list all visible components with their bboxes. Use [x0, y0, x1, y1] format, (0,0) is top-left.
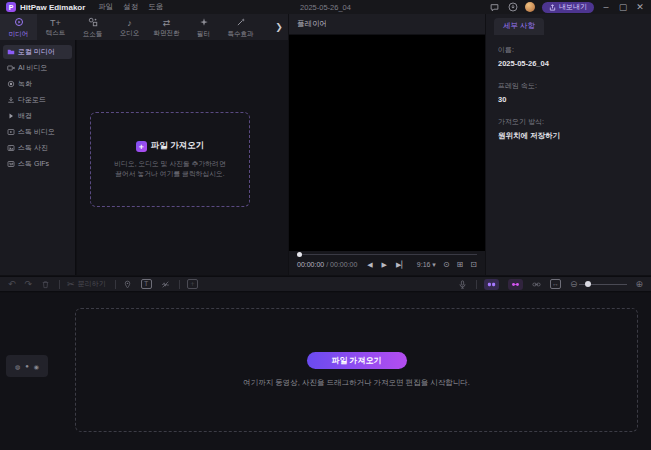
folder-icon [7, 48, 15, 56]
crop-button[interactable]: ＋ [187, 279, 198, 289]
media-sidebar: 로컬 미디어 AI 비디오 녹화 다운로드 배경 스톡 비디오 스톡 사진 스 [0, 40, 76, 275]
details-panel: 세부 사항 이름: 2025-05-26_04 프레임 속도: 30 가져오기 … [486, 14, 651, 275]
ai-video-icon [7, 64, 15, 72]
import-dropzone[interactable]: ＋ 파일 가져오기 비디오, 오디오 및 사진을 추가하려면 끌어서 놓거나 여… [90, 112, 250, 207]
background-expand-icon [7, 112, 15, 120]
link-clips-button[interactable] [532, 280, 541, 289]
marker-button[interactable] [123, 280, 132, 289]
media-library-panel: ＋ 파일 가져오기 비디오, 오디오 및 사진을 추가하려면 끌어서 놓거나 여… [77, 40, 288, 275]
sidebar-item-download[interactable]: 다운로드 [3, 93, 72, 107]
download-update-icon[interactable] [507, 2, 518, 13]
track-mute-icon[interactable]: ◉ [34, 363, 39, 370]
timeline-toolbar: ↶ ↷ ✂ 분리하기 T ＋ [0, 276, 651, 292]
detail-field-import-mode: 가져오기 방식: 원위치에 저장하기 [498, 117, 639, 141]
timeline-dropzone[interactable]: 파일 가져오기 여기까지 동영상, 사진을 드래그하거나 가져오면 편집을 시작… [75, 308, 638, 432]
sidebar-item-stock-photo[interactable]: 스톡 사진 [3, 141, 72, 155]
track-header-controls: ◍ ● ◉ [6, 355, 48, 377]
export-label: 내보내기 [559, 2, 587, 12]
tab-details[interactable]: 세부 사항 [494, 18, 544, 35]
fit-timeline-button[interactable]: ↔ [550, 279, 561, 289]
snapshot-icon[interactable]: ⊙ [443, 260, 450, 269]
import-title: 파일 가져오기 [151, 140, 204, 152]
tab-effects[interactable]: 특수효과 [222, 14, 259, 40]
transition-icon: ⇄ [163, 19, 171, 28]
crop-plus-icon: ＋ [187, 279, 198, 289]
keyframe-link-toggle[interactable] [508, 279, 523, 290]
undo-button[interactable]: ↶ [8, 279, 16, 289]
record-icon [7, 80, 15, 88]
marker-icon [123, 280, 132, 289]
stock-photo-icon [7, 144, 15, 152]
timeline-zoom-slider[interactable] [579, 284, 627, 285]
tab-media[interactable]: 미디어 [0, 14, 37, 40]
denoise-icon [161, 280, 170, 289]
download-icon [7, 96, 15, 104]
text-box-button[interactable]: T [141, 279, 152, 289]
prev-frame-button[interactable]: ◀ [367, 261, 372, 269]
video-preview[interactable] [289, 35, 485, 251]
seek-bar[interactable] [297, 253, 477, 257]
sidebar-item-stock-gifs[interactable]: 스톡 GIFs [3, 157, 72, 171]
sidebar-item-record[interactable]: 녹화 [3, 77, 72, 91]
timeline-import-button[interactable]: 파일 가져오기 [307, 352, 407, 369]
denoise-button[interactable] [161, 280, 170, 289]
fullscreen-icon[interactable]: ⊡ [470, 260, 477, 269]
timeline-empty-hint: 여기까지 동영상, 사진을 드래그하거나 가져오면 편집을 시작합니다. [243, 378, 470, 388]
detail-field-name: 이름: 2025-05-26_04 [498, 45, 639, 68]
stock-gif-icon [7, 160, 15, 168]
filter-icon [199, 17, 209, 29]
sidebar-item-stock-video[interactable]: 스톡 비디오 [3, 125, 72, 139]
snap-toggle[interactable] [484, 279, 499, 290]
tab-filter[interactable]: 필터 [185, 14, 222, 40]
tabs-more-arrow[interactable]: ❯ [270, 14, 288, 40]
microphone-icon [458, 280, 467, 289]
aspect-ratio-dropdown[interactable]: 9:16 ▾ [417, 261, 436, 269]
import-hint: 비디오, 오디오 및 사진을 추가하려면 끌어서 놓거나 여기를 클릭하십시오. [114, 159, 225, 179]
player-controls: 00:00:00 / 00:00:00 ◀ ▶ ▶▏ 9:16 ▾ ⊙ ⊞ ⊡ [289, 251, 485, 275]
track-lock-icon[interactable]: ◍ [15, 363, 20, 370]
export-icon [549, 4, 556, 11]
document-title: 2025-05-26_04 [300, 3, 351, 12]
app-window: P HitPaw Edimakor 파일 설정 도움 2025-05-26_04… [0, 0, 651, 450]
audio-icon: ♪ [127, 19, 132, 28]
menu-file[interactable]: 파일 [98, 2, 113, 12]
feedback-icon[interactable] [489, 2, 500, 13]
delete-button[interactable] [41, 280, 50, 289]
app-logo-icon: P [6, 2, 16, 12]
sidebar-item-background[interactable]: 배경 [3, 109, 72, 123]
menu-help[interactable]: 도움 [148, 2, 163, 12]
snap-magnet-icon [487, 280, 496, 289]
close-button[interactable]: ✕ [635, 2, 645, 12]
timeline-area[interactable]: ◍ ● ◉ 파일 가져오기 여기까지 동영상, 사진을 드래그하거나 가져오면 … [0, 293, 651, 450]
zoom-slider-handle[interactable] [585, 281, 591, 287]
tab-transition[interactable]: ⇄ 화면전환 [148, 14, 185, 40]
sidebar-item-ai-video[interactable]: AI 비디오 [3, 61, 72, 75]
text-icon: T+ [50, 19, 61, 28]
user-avatar[interactable] [525, 2, 535, 12]
tab-elements[interactable]: 요소들 [74, 14, 111, 40]
split-label: 분리하기 [78, 279, 106, 289]
titlebar: P HitPaw Edimakor 파일 설정 도움 2025-05-26_04… [0, 0, 651, 14]
voiceover-button[interactable] [458, 280, 467, 289]
menu-settings[interactable]: 설정 [123, 2, 138, 12]
zoom-out-button[interactable]: ⊖ [570, 279, 578, 289]
next-frame-button[interactable]: ▶▏ [396, 261, 407, 269]
maximize-button[interactable]: ▢ [618, 2, 628, 12]
tab-audio[interactable]: ♪ 오디오 [111, 14, 148, 40]
player-header: 플레이어 [289, 14, 485, 35]
zoom-in-button[interactable]: ⊕ [635, 279, 643, 289]
redo-button[interactable]: ↷ [25, 279, 33, 289]
sidebar-item-local-media[interactable]: 로컬 미디어 [3, 45, 72, 59]
text-box-icon: T [141, 279, 152, 289]
fit-screen-icon[interactable]: ⊞ [457, 260, 464, 269]
media-icon [14, 17, 24, 29]
elements-icon [88, 17, 98, 29]
ribbon-tabbar: 미디어 T+ 텍스트 요소들 ♪ 오디오 ⇄ 화면전환 필터 [0, 14, 288, 40]
split-button[interactable]: ✂ 분리하기 [67, 279, 106, 289]
export-button[interactable]: 내보내기 [542, 2, 594, 13]
minimize-button[interactable]: – [601, 2, 611, 12]
tab-text[interactable]: T+ 텍스트 [37, 14, 74, 40]
track-eye-icon[interactable]: ● [25, 363, 29, 369]
play-button[interactable]: ▶ [382, 261, 387, 269]
seek-handle[interactable] [297, 252, 302, 257]
